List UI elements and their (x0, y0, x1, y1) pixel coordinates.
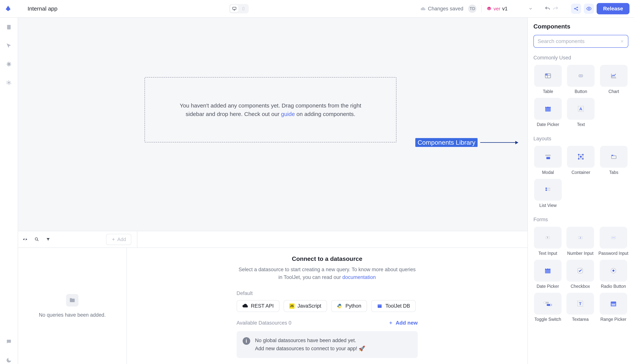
component-number-input[interactable]: 1Number Input (566, 227, 594, 256)
svg-rect-31 (611, 156, 616, 158)
info-icon: i (243, 337, 250, 345)
guide-link[interactable]: guide (281, 111, 295, 117)
component-text-input[interactable]: TText Input (533, 227, 562, 256)
component-button[interactable]: Button (566, 65, 595, 94)
ds-title: Connect to a datasource (237, 255, 418, 262)
preview-button[interactable] (584, 4, 594, 14)
ds-rest-api-button[interactable]: REST API (237, 300, 279, 312)
component-table[interactable]: Table (533, 65, 562, 94)
svg-point-26 (578, 154, 579, 156)
component-search[interactable] (533, 35, 628, 48)
component-radio-button[interactable]: Radio Button (598, 260, 628, 289)
ds-info-line2: Add new datasources to connect to your a… (255, 344, 365, 353)
release-button[interactable]: Release (597, 3, 629, 14)
number-input-icon: 1 (566, 227, 594, 248)
pages-icon[interactable] (5, 24, 13, 31)
annotation-label: Components Library (415, 138, 478, 147)
component-label: Number Input (567, 251, 593, 256)
ds-tooljetdb-button[interactable]: ToolJet DB (371, 300, 416, 312)
redo-button[interactable] (553, 6, 558, 12)
component-range-picker[interactable]: Range Picker (598, 293, 628, 322)
date-picker-icon (534, 98, 562, 120)
svg-point-45 (612, 238, 613, 238)
search-icon[interactable] (34, 237, 39, 242)
share-button[interactable] (571, 4, 581, 14)
svg-rect-30 (580, 156, 582, 158)
component-checkbox[interactable]: Checkbox (566, 260, 594, 289)
component-label: Toggle Switch (534, 317, 561, 322)
svg-rect-13 (545, 74, 547, 76)
debugger-icon[interactable] (5, 60, 13, 68)
comments-icon[interactable] (5, 338, 13, 346)
svg-point-52 (612, 270, 614, 272)
svg-point-27 (582, 154, 584, 156)
tabs-icon (600, 146, 627, 168)
range-picker-icon (600, 293, 627, 314)
component-search-input[interactable] (537, 38, 620, 44)
svg-rect-18 (612, 76, 613, 78)
svg-rect-6 (7, 25, 11, 30)
chart-icon (600, 65, 627, 87)
component-list-view[interactable]: List View (533, 179, 562, 208)
canvas-dropzone[interactable]: You haven't added any components yet. Dr… (145, 77, 396, 142)
svg-text:A: A (579, 106, 582, 111)
section-commonly-used: Commonly Used (533, 55, 628, 61)
component-tabs[interactable]: Tabs (599, 146, 628, 175)
version-value: v1 (502, 6, 508, 12)
component-label: Password Input (598, 251, 628, 256)
filter-icon[interactable] (46, 237, 50, 242)
app-name[interactable]: Internal app (28, 6, 57, 12)
collapse-icon[interactable] (23, 237, 28, 242)
component-date-picker[interactable]: Date Picker (533, 260, 562, 289)
list-view-icon (534, 179, 562, 201)
component-label: Checkbox (571, 284, 590, 289)
documentation-link[interactable]: documentation (342, 274, 376, 280)
component-label: Textarea (572, 317, 588, 322)
svg-rect-43 (580, 238, 581, 238)
svg-point-15 (580, 76, 580, 76)
component-container[interactable]: Container (566, 146, 595, 175)
component-chart[interactable]: Chart (599, 65, 628, 94)
add-new-ds-button[interactable]: Add new (388, 320, 418, 326)
component-text[interactable]: AText (566, 98, 595, 127)
layers-icon (487, 6, 491, 11)
theme-icon[interactable] (5, 356, 13, 364)
section-layouts: Layouts (533, 136, 628, 142)
textarea-icon: T (566, 293, 594, 314)
inspector-icon[interactable] (5, 42, 13, 50)
device-mobile-button[interactable] (239, 5, 248, 12)
svg-point-56 (550, 304, 551, 306)
ds-javascript-button[interactable]: JS JavaScript (284, 300, 327, 312)
svg-rect-24 (545, 155, 551, 156)
canvas[interactable]: You haven't added any components yet. Dr… (18, 18, 527, 231)
component-label: Range Picker (600, 317, 626, 322)
arrow-icon (480, 142, 518, 143)
component-modal[interactable]: Modal (533, 146, 562, 175)
container-icon (567, 146, 594, 168)
component-label: Container (571, 170, 590, 175)
datasource-panel: Connect to a datasource Select a datasou… (127, 248, 527, 364)
component-toggle-switch[interactable]: Toggle Switch (533, 293, 562, 322)
available-ds-label: Available Datasources 0 (237, 320, 292, 326)
component-password-input[interactable]: Password Input (598, 227, 628, 256)
ds-description: Select a datasource to start creating a … (237, 266, 418, 281)
version-selector[interactable]: ver v1 (487, 6, 533, 12)
svg-rect-32 (611, 155, 613, 156)
component-date-picker[interactable]: Date Picker (533, 98, 562, 127)
component-textarea[interactable]: TTextarea (566, 293, 594, 322)
undo-button[interactable] (544, 6, 550, 12)
section-forms: Forms (533, 217, 628, 222)
svg-point-54 (544, 302, 545, 304)
component-label: Radio Button (601, 284, 626, 289)
clear-search-icon[interactable] (620, 39, 624, 44)
svg-point-9 (35, 238, 38, 240)
avatar[interactable]: TD (468, 4, 476, 13)
add-query-button[interactable]: Add (106, 234, 131, 245)
component-label: Button (574, 89, 587, 94)
logo-icon[interactable] (5, 5, 12, 12)
svg-point-28 (578, 158, 579, 160)
component-label: List View (539, 203, 557, 208)
ds-python-button[interactable]: Python (331, 300, 367, 312)
device-desktop-button[interactable] (230, 5, 239, 12)
settings-icon[interactable] (5, 79, 13, 86)
